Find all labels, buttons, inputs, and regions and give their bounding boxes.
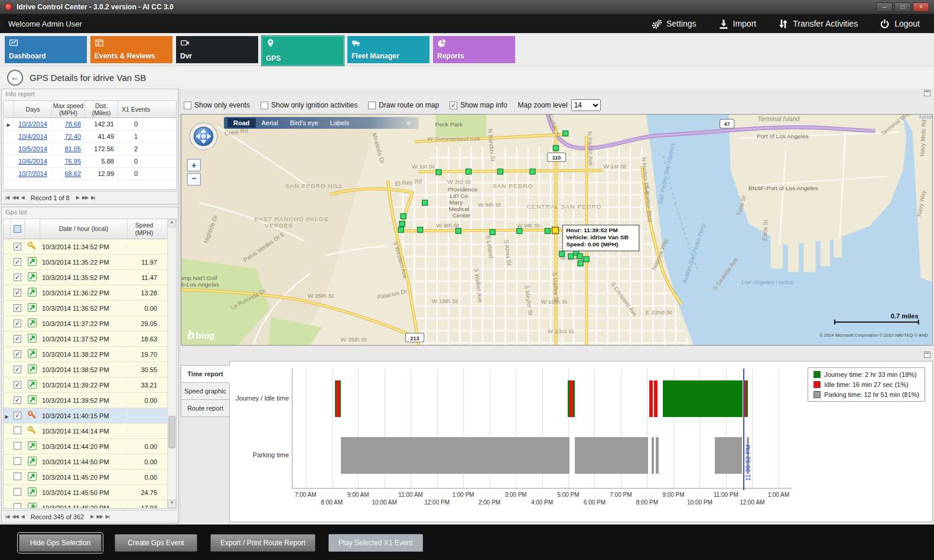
list-item[interactable]: ✓10/3/2014 11:36:52 PM0.00 xyxy=(4,301,167,316)
list-item[interactable]: ▶✓10/3/2014 11:40:15 PM xyxy=(4,408,167,424)
zoom-out-button[interactable]: − xyxy=(187,173,200,185)
max-speed-link[interactable]: 76.95 xyxy=(52,158,85,165)
row-checkbox[interactable]: ✓ xyxy=(14,396,21,404)
first-page-button[interactable]: |◀ xyxy=(5,514,9,519)
nav-tile-dvr[interactable]: Dvr xyxy=(176,36,258,63)
table-row[interactable]: 10/6/201476.955.880 xyxy=(4,155,176,168)
close-button[interactable]: × xyxy=(913,2,929,12)
next-page-button[interactable]: ▶▶ xyxy=(82,195,88,200)
list-item[interactable]: ✓10/3/2014 11:35:52 PM11.47 xyxy=(4,270,167,285)
list-item[interactable]: 10/3/2014 11:45:50 PM24.75 xyxy=(4,485,167,500)
table-row[interactable]: 10/5/201481.05172.562 xyxy=(4,143,176,155)
row-checkbox[interactable] xyxy=(14,473,21,480)
gps-marker[interactable] xyxy=(578,261,583,266)
scroll-down-icon[interactable]: ▼ xyxy=(168,500,176,508)
day-link[interactable]: 10/4/2014 xyxy=(14,133,52,140)
day-link[interactable]: 10/6/2014 xyxy=(14,158,52,165)
nav-tile-gps[interactable]: GPS xyxy=(262,36,344,66)
next-page-button[interactable]: ▶▶ xyxy=(96,514,102,519)
row-checkbox[interactable]: ✓ xyxy=(14,320,21,327)
column-header-x1-events[interactable]: X1 Events xyxy=(118,101,154,118)
table-row[interactable]: 10/4/201472.4041.491 xyxy=(4,131,176,143)
tab-route-report[interactable]: Route report xyxy=(181,399,230,417)
export-print-route-report-button[interactable]: Export / Print Route Report xyxy=(210,534,315,552)
row-checkbox[interactable] xyxy=(14,488,21,496)
map-zoom-select[interactable]: 14 xyxy=(571,99,601,111)
nav-tile-fleet-manager[interactable]: Fleet Manager xyxy=(347,36,429,63)
menu-logout[interactable]: Logout xyxy=(879,18,920,30)
menu-import[interactable]: Import xyxy=(718,18,757,30)
play-selected-x1-event-button[interactable]: Play Selected X1 Event xyxy=(328,534,422,552)
zoom-in-button[interactable]: + xyxy=(187,159,200,171)
gps-marker[interactable] xyxy=(401,214,406,219)
day-link[interactable]: 10/7/2014 xyxy=(14,170,52,177)
first-page-button[interactable]: |◀ xyxy=(5,195,9,200)
checkbox-show-only-events[interactable]: Show only events xyxy=(184,101,250,109)
list-item[interactable]: ✓10/3/2014 11:37:52 PM18.63 xyxy=(4,331,167,347)
column-header-days[interactable]: Days xyxy=(14,101,52,118)
checkbox-show-only-ignition-activities[interactable]: Show only ignition activities xyxy=(261,101,357,109)
list-item[interactable]: 10/3/2014 11:46:20 PM17.93 xyxy=(4,500,167,508)
gps-marker[interactable] xyxy=(422,200,428,206)
row-checkbox[interactable]: ✓ xyxy=(14,366,21,373)
row-checkbox[interactable]: ✓ xyxy=(14,304,21,312)
nav-tile-dashboard[interactable]: Dashboard xyxy=(5,36,87,63)
list-item[interactable]: ✓10/3/2014 11:35:22 PM11.97 xyxy=(4,255,167,270)
maximize-map-panel-button[interactable] xyxy=(924,90,930,96)
menu-transfer-activities[interactable]: Transfer Activities xyxy=(777,18,858,30)
gps-marker[interactable] xyxy=(436,170,441,175)
bing-map[interactable]: Crest RdW Summerland AvePeck ParkW 1st S… xyxy=(181,115,932,345)
tab-time-report[interactable]: Time report xyxy=(181,365,230,383)
row-checkbox[interactable]: ✓ xyxy=(14,274,21,281)
last-page-button[interactable]: ▶| xyxy=(106,514,109,519)
gps-marker[interactable] xyxy=(530,169,535,174)
last-page-button[interactable]: ▶| xyxy=(91,195,95,200)
row-checkbox[interactable]: ✓ xyxy=(14,335,21,343)
checkbox-show-map-info[interactable]: ✓Show map info xyxy=(450,101,507,109)
row-checkbox[interactable]: ✓ xyxy=(14,412,21,419)
list-item[interactable]: ✓10/3/2014 11:39:52 PM0.00 xyxy=(4,393,167,408)
map-tab-road[interactable]: Road xyxy=(227,118,256,128)
row-checkbox[interactable] xyxy=(14,426,21,434)
column-header-max-speed[interactable]: Max speed (MPH) xyxy=(52,101,85,118)
gps-marker[interactable] xyxy=(568,253,574,259)
map-tab-bird-s-eye[interactable]: Bird's eye xyxy=(284,118,324,128)
gps-list-scrollbar[interactable]: ▲ ▼ xyxy=(167,219,176,508)
row-checkbox[interactable]: ✓ xyxy=(14,289,21,297)
list-item[interactable]: 10/3/2014 11:44:14 PM xyxy=(4,424,167,439)
scrollbar-thumb[interactable] xyxy=(168,416,175,448)
gps-marker[interactable] xyxy=(577,253,582,259)
list-item[interactable]: ✓10/3/2014 11:38:52 PM30.55 xyxy=(4,362,167,377)
tab-speed-graphic[interactable]: Speed graphic xyxy=(181,382,230,400)
hide-gps-selection-button[interactable]: Hide Gps Selection xyxy=(19,534,102,552)
day-link[interactable]: 10/5/2014 xyxy=(14,145,52,152)
prev-button[interactable]: ◀ xyxy=(21,195,24,200)
next-button[interactable]: ▶ xyxy=(90,514,93,519)
minimize-button[interactable]: – xyxy=(876,2,893,12)
maximize-chart-panel-button[interactable] xyxy=(924,351,930,358)
select-all-checkbox[interactable] xyxy=(11,219,25,239)
nav-tile-events-reviews[interactable]: Events & Reviews xyxy=(90,36,173,63)
prev-page-button[interactable]: ◀◀ xyxy=(12,514,18,519)
table-row[interactable]: 10/7/201468.6212.990 xyxy=(4,168,176,180)
list-item[interactable]: ✓10/3/2014 11:39:22 PM33.21 xyxy=(4,377,167,393)
gps-marker[interactable] xyxy=(545,229,550,234)
gps-marker[interactable] xyxy=(455,229,461,234)
maximize-button[interactable]: □ xyxy=(894,2,911,12)
map-collapse-button[interactable]: « xyxy=(402,119,415,127)
row-checkbox[interactable]: ✓ xyxy=(14,350,21,358)
next-button[interactable]: ▶ xyxy=(76,195,79,200)
checkbox-draw-route-on-map[interactable]: Draw route on map xyxy=(368,101,439,109)
row-checkbox[interactable] xyxy=(14,503,21,508)
column-header-dist[interactable]: Dist. (Miles) xyxy=(85,101,118,118)
max-speed-link[interactable]: 72.40 xyxy=(52,133,85,140)
row-checkbox[interactable]: ✓ xyxy=(14,258,21,266)
list-item[interactable]: 10/3/2014 11:45:20 PM0.00 xyxy=(4,470,167,485)
map-tab-labels[interactable]: Labels xyxy=(324,118,355,128)
list-item[interactable]: ✓10/3/2014 11:34:52 PM xyxy=(4,239,167,255)
list-item[interactable]: ✓10/3/2014 11:37:22 PM29.05 xyxy=(4,316,167,331)
gps-marker[interactable] xyxy=(398,227,403,233)
list-item[interactable]: 10/3/2014 11:44:50 PM0.00 xyxy=(4,454,167,470)
gps-marker[interactable] xyxy=(559,251,565,256)
back-button[interactable]: ← xyxy=(7,70,23,86)
